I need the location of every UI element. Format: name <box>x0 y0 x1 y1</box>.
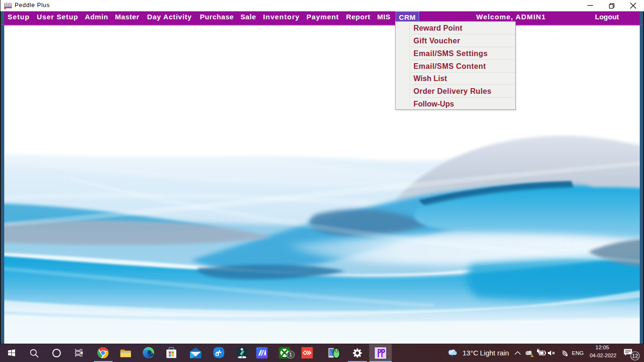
svg-text:1: 1 <box>289 352 292 357</box>
svg-text:12: 12 <box>632 353 638 359</box>
svg-text:w: w <box>241 356 243 358</box>
